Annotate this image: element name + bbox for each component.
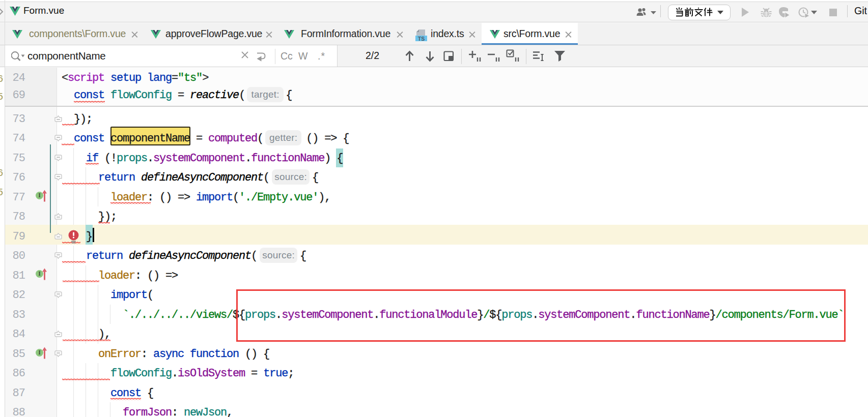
svg-text:TS: TS — [418, 36, 425, 42]
